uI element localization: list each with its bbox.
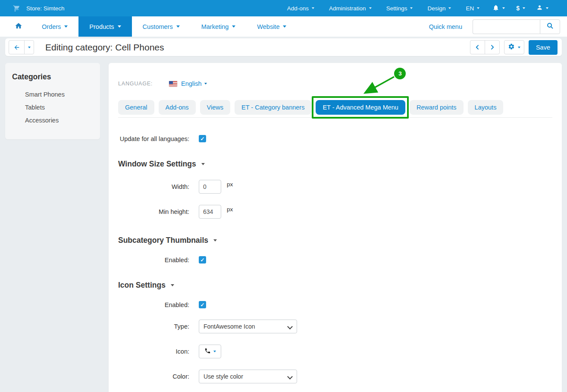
previous-item-button[interactable]: [470, 40, 485, 54]
update-all-languages-checkbox[interactable]: [199, 135, 206, 142]
nav-marketing[interactable]: Marketing: [191, 16, 247, 37]
window-size-settings-heading[interactable]: Window Size Settings: [118, 160, 552, 169]
topbar-menu-design[interactable]: Design: [420, 0, 458, 16]
mega-menu-settings-form: Update for all languages: Window Size Se…: [118, 118, 552, 383]
icon-picker-row: Icon:: [118, 345, 552, 358]
pager-group: [470, 40, 500, 54]
chevron-down-icon: [502, 7, 505, 9]
admin-search: [473, 19, 560, 34]
nav-home[interactable]: [6, 16, 31, 37]
search-button[interactable]: [540, 19, 560, 34]
subcategory-thumbnails-heading[interactable]: Subcategory Thumbnails: [118, 236, 552, 245]
chevron-down-icon: [369, 7, 372, 9]
tab-layouts[interactable]: Layouts: [468, 100, 504, 115]
sidebar-item-tablets[interactable]: Tablets: [12, 104, 93, 111]
update-all-languages-row: Update for all languages:: [118, 135, 552, 142]
nav-products[interactable]: Products: [78, 16, 132, 37]
min-height-input[interactable]: [199, 205, 221, 219]
category-edit-panel: LANGUAGE: English General Add-ons Views …: [109, 63, 562, 392]
us-flag-icon: [169, 81, 177, 87]
subcategory-enabled-row: Enabled:: [118, 256, 552, 263]
sidebar-item-smart-phones[interactable]: Smart Phones: [12, 91, 93, 98]
subcategory-enabled-checkbox[interactable]: [199, 256, 206, 263]
chevron-down-icon: [477, 7, 479, 9]
chevron-down-icon: [118, 25, 121, 28]
icon-picker-label: Icon:: [118, 348, 189, 355]
topbar-language-switcher[interactable]: EN: [458, 0, 487, 16]
chevron-right-icon: [489, 44, 495, 50]
tab-views[interactable]: Views: [200, 100, 230, 115]
sidebar-item-accessories[interactable]: Accessories: [12, 117, 93, 124]
icon-enabled-checkbox[interactable]: [199, 301, 206, 308]
nav-customers[interactable]: Customers: [132, 16, 191, 37]
annotation-step-badge: 3: [394, 68, 406, 79]
admin-topbar: Store: Simtech Add-ons Administration Se…: [0, 0, 567, 16]
chevron-down-icon: [312, 7, 314, 9]
tab-reward-points[interactable]: Reward points: [410, 100, 464, 115]
notifications-menu[interactable]: [487, 0, 511, 16]
topbar-menu-administration[interactable]: Administration: [322, 0, 379, 16]
icon-picker-button[interactable]: [199, 345, 221, 358]
chevron-left-icon: [475, 44, 480, 50]
phone-icon: [204, 348, 211, 356]
chevron-down-icon: [213, 351, 216, 352]
icon-settings-heading[interactable]: Icon Settings: [118, 281, 552, 290]
chevron-down-icon: [232, 25, 235, 28]
icon-type-label: Type:: [118, 323, 189, 330]
chevron-down-icon: [64, 25, 68, 28]
sidebar-title: Categories: [12, 72, 93, 82]
width-label: Width:: [118, 183, 189, 190]
tab-general[interactable]: General: [118, 100, 154, 115]
tab-et-advanced-mega-menu[interactable]: ET - Advanced Mega Menu: [316, 100, 405, 115]
subcategory-enabled-label: Enabled:: [118, 257, 189, 263]
min-height-row: Min height: px: [118, 205, 552, 219]
back-history-dropdown[interactable]: [24, 40, 34, 54]
width-unit: px: [227, 181, 233, 188]
bell-icon: [492, 4, 499, 13]
main-navbar: Orders Products Customers Marketing Webs…: [0, 16, 567, 37]
back-button-group: [9, 40, 34, 54]
chevron-down-icon: [28, 47, 31, 48]
min-height-unit: px: [227, 206, 233, 213]
chevron-down-icon: [448, 7, 451, 9]
tab-addons[interactable]: Add-ons: [159, 100, 196, 115]
collapse-caret-icon: [171, 284, 174, 286]
next-item-button[interactable]: [485, 40, 500, 54]
language-selector[interactable]: English: [181, 80, 207, 87]
chevron-down-icon: [518, 47, 520, 48]
collapse-caret-icon: [201, 163, 205, 165]
tab-et-category-banners[interactable]: ET - Category banners: [235, 100, 311, 115]
settings-dropdown-button[interactable]: [504, 40, 524, 54]
topbar-menu-addons[interactable]: Add-ons: [280, 0, 322, 16]
nav-orders[interactable]: Orders: [31, 16, 78, 37]
icon-type-select[interactable]: FontAwesome Icon: [199, 320, 297, 333]
language-label: LANGUAGE:: [118, 81, 169, 87]
search-input[interactable]: [473, 19, 540, 34]
page-title: Editing category: Cell Phones: [45, 42, 470, 53]
cart-icon: [13, 5, 20, 12]
min-height-label: Min height:: [118, 208, 189, 215]
icon-color-row: Color: Use style color: [118, 370, 552, 383]
save-button[interactable]: Save: [529, 40, 558, 55]
topbar-menu-settings[interactable]: Settings: [379, 0, 420, 16]
arrow-left-icon: [13, 44, 20, 51]
currency-menu[interactable]: $: [511, 0, 531, 16]
chevron-down-icon: [546, 7, 548, 9]
nav-website[interactable]: Website: [246, 16, 297, 37]
quick-menu-link[interactable]: Quick menu: [429, 23, 462, 30]
width-input[interactable]: [199, 180, 221, 194]
user-menu[interactable]: [531, 0, 554, 16]
icon-type-row: Type: FontAwesome Icon: [118, 320, 552, 333]
page-titlebar: Editing category: Cell Phones Save: [5, 38, 562, 56]
chevron-down-icon: [410, 7, 413, 9]
store-label: Store: Simtech: [26, 5, 65, 12]
categories-sidebar: Categories Smart Phones Tablets Accessor…: [5, 63, 100, 139]
icon-enabled-label: Enabled:: [118, 301, 189, 308]
store-selector[interactable]: Store: Simtech: [13, 5, 65, 12]
icon-color-select[interactable]: Use style color: [199, 370, 297, 383]
chevron-down-icon: [176, 25, 180, 28]
width-row: Width: px: [118, 180, 552, 194]
chevron-down-icon: [283, 25, 286, 28]
back-button[interactable]: [9, 40, 25, 54]
dollar-icon: $: [516, 5, 520, 12]
